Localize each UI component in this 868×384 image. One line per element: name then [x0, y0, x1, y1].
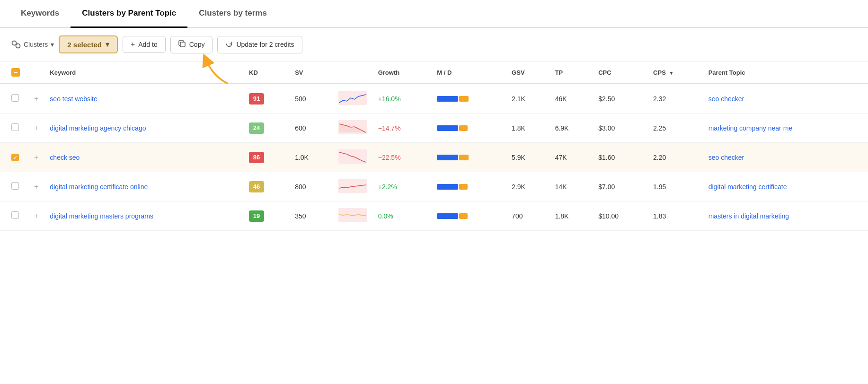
- add-row-button[interactable]: +: [34, 212, 38, 220]
- sparkline-chart: [338, 208, 367, 222]
- sv-value: 350: [295, 212, 306, 220]
- keyword-link[interactable]: seo test website: [50, 95, 97, 103]
- row-kd-cell: 24: [243, 113, 289, 143]
- table-row: ✓ + check seo 86 1.0K −22.5% 5.: [0, 143, 868, 172]
- md-blue-segment: [437, 213, 458, 219]
- sv-value: 800: [295, 183, 306, 191]
- row-parent-topic-cell: seo checker: [703, 84, 868, 113]
- add-row-button[interactable]: +: [34, 95, 38, 103]
- row-parent-topic-cell: digital marketing certificate: [703, 172, 868, 201]
- update-button[interactable]: Update for 2 credits: [217, 36, 302, 53]
- kd-badge: 91: [249, 93, 264, 105]
- parent-topic-link[interactable]: masters in digital marketing: [709, 212, 789, 220]
- tab-clusters-terms[interactable]: Clusters by terms: [187, 0, 278, 28]
- th-tp[interactable]: TP: [549, 61, 593, 84]
- update-label: Update for 2 credits: [236, 41, 294, 48]
- growth-value: 0.0%: [378, 212, 393, 220]
- row-add-cell: +: [26, 172, 44, 201]
- minus-icon: −: [14, 69, 18, 76]
- table-row: + digital marketing masters programs 19 …: [0, 201, 868, 231]
- row-checkbox[interactable]: [11, 94, 19, 102]
- parent-topic-link[interactable]: marketing company near me: [709, 124, 792, 132]
- row-checkbox[interactable]: [11, 182, 19, 190]
- keyword-link[interactable]: digital marketing masters programs: [50, 212, 153, 220]
- th-cps[interactable]: CPS ▼: [647, 61, 703, 84]
- keyword-link[interactable]: digital marketing certificate online: [50, 183, 148, 191]
- row-cps-cell: 2.20: [647, 143, 703, 172]
- row-cps-cell: 2.25: [647, 113, 703, 143]
- th-sv[interactable]: SV: [289, 61, 333, 84]
- selected-button[interactable]: 2 selected ▾: [59, 35, 118, 53]
- th-parent-topic[interactable]: Parent Topic: [703, 61, 868, 84]
- row-keyword-cell: check seo: [44, 143, 243, 172]
- growth-value: +2.2%: [378, 183, 397, 191]
- row-growth-cell: −14.7%: [372, 113, 432, 143]
- row-kd-cell: 91: [243, 84, 289, 113]
- clusters-dropdown[interactable]: Clusters ▾: [11, 40, 54, 49]
- row-md-cell: [431, 84, 506, 113]
- md-yellow-segment: [459, 96, 469, 102]
- gsv-value: 1.8K: [512, 124, 525, 132]
- add-row-button[interactable]: +: [34, 183, 38, 191]
- th-cpc[interactable]: CPC: [593, 61, 647, 84]
- tab-clusters-parent[interactable]: Clusters by Parent Topic: [71, 0, 187, 28]
- copy-button[interactable]: Copy: [170, 36, 213, 53]
- cpc-value: $1.60: [598, 154, 615, 161]
- sparkline-chart: [338, 149, 367, 164]
- row-md-cell: [431, 201, 506, 231]
- md-bar: [437, 184, 500, 190]
- row-checkbox-cell: ✓: [0, 143, 26, 172]
- sparkline-chart: [338, 120, 367, 134]
- row-add-cell: +: [26, 84, 44, 113]
- md-bar: [437, 96, 500, 102]
- th-checkbox[interactable]: −: [0, 61, 26, 84]
- row-cps-cell: 1.95: [647, 172, 703, 201]
- row-tp-cell: 14K: [549, 172, 593, 201]
- th-md[interactable]: M / D: [431, 61, 506, 84]
- add-row-button[interactable]: +: [34, 124, 38, 132]
- cpc-value: $7.00: [598, 183, 615, 191]
- row-sv-cell: 1.0K: [289, 143, 333, 172]
- svg-rect-4: [338, 91, 367, 105]
- cpc-value: $2.50: [598, 95, 615, 103]
- svg-point-1: [16, 44, 20, 48]
- tab-keywords[interactable]: Keywords: [9, 0, 71, 28]
- row-checkbox[interactable]: ✓: [11, 154, 19, 161]
- table-container: − Keyword KD SV Growth M / D GSV TP CPC …: [0, 61, 868, 231]
- row-checkbox[interactable]: [11, 211, 19, 219]
- svg-point-0: [12, 41, 17, 45]
- row-tp-cell: 46K: [549, 84, 593, 113]
- gsv-value: 700: [512, 212, 523, 220]
- row-sparkline-cell: [333, 113, 372, 143]
- sort-icon: ▼: [669, 70, 673, 76]
- parent-topic-link[interactable]: seo checker: [709, 95, 744, 103]
- md-yellow-segment: [459, 213, 468, 219]
- keyword-link[interactable]: digital marketing agency chicago: [50, 124, 146, 132]
- refresh-icon: [225, 40, 233, 49]
- app-container: Keywords Clusters by Parent Topic Cluste…: [0, 0, 868, 384]
- svg-rect-2: [180, 42, 185, 47]
- keywords-table: − Keyword KD SV Growth M / D GSV TP CPC …: [0, 61, 868, 231]
- row-gsv-cell: 1.8K: [506, 113, 549, 143]
- annotation-arrow: [199, 52, 237, 87]
- th-kd[interactable]: KD: [243, 61, 289, 84]
- keyword-link[interactable]: check seo: [50, 154, 80, 161]
- growth-value: −14.7%: [378, 124, 401, 132]
- sv-value: 600: [295, 124, 306, 132]
- add-to-button[interactable]: + Add to: [123, 36, 166, 53]
- parent-topic-link[interactable]: seo checker: [709, 154, 744, 161]
- row-cpc-cell: $10.00: [593, 201, 647, 231]
- parent-topic-link[interactable]: digital marketing certificate: [709, 183, 787, 191]
- row-checkbox[interactable]: [11, 123, 19, 131]
- th-gsv[interactable]: GSV: [506, 61, 549, 84]
- row-sparkline-cell: [333, 143, 372, 172]
- add-row-button[interactable]: +: [34, 153, 38, 161]
- sparkline-chart: [338, 179, 367, 193]
- row-sparkline-cell: [333, 172, 372, 201]
- row-parent-topic-cell: masters in digital marketing: [703, 201, 868, 231]
- gsv-value: 2.9K: [512, 183, 525, 191]
- toolbar: Clusters ▾ 2 selected ▾ + Add to Copy: [0, 28, 868, 61]
- th-growth[interactable]: Growth: [372, 61, 432, 84]
- select-all-checkbox[interactable]: −: [11, 68, 20, 77]
- row-keyword-cell: digital marketing masters programs: [44, 201, 243, 231]
